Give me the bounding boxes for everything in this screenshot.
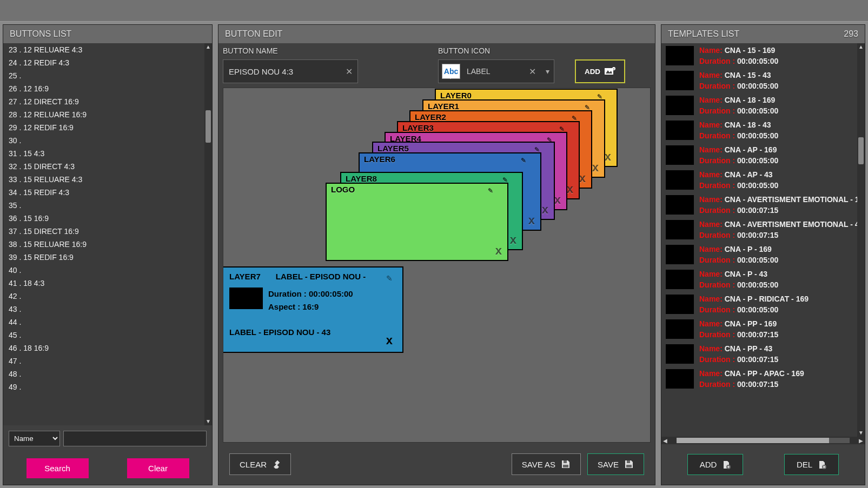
icon-dropdown-icon[interactable]: ▾ xyxy=(541,67,554,76)
add-template-button[interactable]: ADD xyxy=(687,454,744,475)
buttons-list-item[interactable]: 48 . xyxy=(3,367,212,380)
close-icon[interactable]: x xyxy=(567,182,573,196)
buttons-list-item[interactable]: 35 . xyxy=(3,199,212,212)
buttons-list-item[interactable]: 43 . xyxy=(3,303,212,316)
template-name: CNA - 18 - 43 xyxy=(725,121,771,129)
clear-layers-button[interactable]: CLEAR xyxy=(229,453,291,475)
close-icon[interactable]: x xyxy=(510,233,516,247)
scroll-thumb[interactable] xyxy=(206,110,211,143)
search-button[interactable]: Search xyxy=(26,458,89,478)
close-icon[interactable]: x xyxy=(592,161,599,175)
template-name-label: Name: xyxy=(699,344,725,353)
template-row[interactable]: Name: CNA - PP - 169Duration : 00:00:07:… xyxy=(661,317,865,342)
pencil-icon[interactable]: ✎ xyxy=(386,274,393,283)
clear-icon-icon[interactable]: ✕ xyxy=(524,66,541,77)
buttons-list-item[interactable]: 41 . 18 4:3 xyxy=(3,277,212,290)
layer-canvas[interactable]: LAYER0✎xLAYER1✎xLAYER2✎xLAYER3✎xLAYER4✎x… xyxy=(223,88,651,443)
buttons-list-item[interactable]: 31 . 15 4:3 xyxy=(3,147,212,160)
close-icon[interactable]: x xyxy=(495,244,502,258)
template-thumbnail xyxy=(666,195,694,215)
templates-hscrollbar[interactable]: ◀ ▶ xyxy=(661,437,865,444)
buttons-list-item[interactable]: 23 . 12 RELUARE 4:3 xyxy=(3,43,212,56)
add-icon-button[interactable]: ADD + xyxy=(575,59,625,83)
template-row[interactable]: Name: CNA - AVERTISMENT EMOTIONAL - 43Du… xyxy=(661,217,865,242)
save-as-label: SAVE AS xyxy=(522,460,555,469)
buttons-list-item[interactable]: 36 . 15 16:9 xyxy=(3,212,212,225)
buttons-list-item[interactable]: 45 . xyxy=(3,329,212,342)
buttons-list-item[interactable]: 38 . 15 RELUARE 16:9 xyxy=(3,238,212,251)
template-name-label: Name: xyxy=(699,369,725,378)
close-icon[interactable]: x xyxy=(579,171,586,185)
clear-name-icon[interactable]: ✕ xyxy=(340,66,357,77)
buttons-list[interactable]: 23 . 12 RELUARE 4:324 . 12 REDIF 4:325 .… xyxy=(3,43,212,425)
template-row[interactable]: Name: CNA - AP - 169Duration : 00:00:05:… xyxy=(661,143,865,168)
buttons-list-item[interactable]: 34 . 15 REDIF 4:3 xyxy=(3,186,212,199)
button-icon-label: BUTTON ICON xyxy=(438,46,554,55)
buttons-list-item[interactable]: 30 . xyxy=(3,134,212,147)
close-icon[interactable]: x xyxy=(386,333,393,347)
buttons-list-item[interactable]: 24 . 12 REDIF 4:3 xyxy=(3,56,212,69)
delete-template-button[interactable]: DEL xyxy=(784,454,839,475)
buttons-list-item[interactable]: 44 . xyxy=(3,316,212,329)
pencil-icon[interactable]: ✎ xyxy=(488,187,493,195)
template-row[interactable]: Name: CNA - 18 - 169Duration : 00:00:05:… xyxy=(661,93,865,118)
template-name: CNA - 18 - 169 xyxy=(725,96,776,104)
templates-scrollbar[interactable]: ▲ ▼ xyxy=(857,43,865,437)
buttons-list-scrollbar[interactable]: ▲ ▼ xyxy=(204,43,212,425)
pencil-icon[interactable]: ✎ xyxy=(521,157,526,164)
template-name-label: Name: xyxy=(699,46,725,55)
buttons-list-item[interactable]: 29 . 12 REDIF 16:9 xyxy=(3,121,212,134)
scroll-right-icon[interactable]: ▶ xyxy=(857,438,865,444)
template-row[interactable]: Name: CNA - P - 169Duration : 00:00:05:0… xyxy=(661,242,865,267)
buttons-list-item[interactable]: 42 . xyxy=(3,290,212,303)
template-row[interactable]: Name: CNA - 15 - 169Duration : 00:00:05:… xyxy=(661,43,865,68)
template-row[interactable]: Name: CNA - 15 - 43Duration : 00:00:05:0… xyxy=(661,68,865,93)
layer-card[interactable]: LOGO✎x xyxy=(326,183,508,261)
buttons-list-item[interactable]: 28 . 12 RELUARE 16:9 xyxy=(3,108,212,121)
close-icon[interactable]: x xyxy=(528,213,535,228)
buttons-list-item[interactable]: 25 . xyxy=(3,69,212,82)
layer7-thumbnail xyxy=(229,288,263,309)
template-row[interactable]: Name: CNA - PP - 43Duration : 00:00:07:1… xyxy=(661,342,865,366)
hscroll-thumb[interactable] xyxy=(677,438,829,443)
templates-list[interactable]: Name: CNA - 15 - 169Duration : 00:00:05:… xyxy=(661,43,865,437)
template-duration: 00:00:05:00 xyxy=(737,256,778,264)
scroll-up-icon[interactable]: ▲ xyxy=(857,43,865,51)
scroll-left-icon[interactable]: ◀ xyxy=(661,438,669,444)
button-name-input[interactable] xyxy=(223,67,340,76)
template-duration: 00:00:07:15 xyxy=(737,355,778,364)
buttons-list-item[interactable]: 47 . xyxy=(3,355,212,367)
buttons-list-item[interactable]: 39 . 15 REDIF 16:9 xyxy=(3,251,212,264)
template-name: CNA - P - 43 xyxy=(725,270,767,278)
scroll-down-icon[interactable]: ▼ xyxy=(857,429,865,437)
template-row[interactable]: Name: CNA - 18 - 43Duration : 00:00:05:0… xyxy=(661,118,865,143)
buttons-list-item[interactable]: 49 . xyxy=(3,380,212,393)
buttons-list-item[interactable]: 32 . 15 DIRECT 4:3 xyxy=(3,160,212,173)
template-row[interactable]: Name: CNA - AP - 43Duration : 00:00:05:0… xyxy=(661,168,865,192)
buttons-list-item[interactable]: 26 . 12 16:9 xyxy=(3,82,212,95)
template-duration-label: Duration : xyxy=(699,305,737,314)
buttons-list-item[interactable]: 46 . 18 16:9 xyxy=(3,342,212,355)
close-icon[interactable]: x xyxy=(605,150,611,164)
template-row[interactable]: Name: CNA - P - RIDICAT - 169Duration : … xyxy=(661,292,865,317)
filter-input[interactable] xyxy=(63,431,207,446)
layer7-card[interactable]: LAYER7LABEL - EPISOD NOU -✎Duration : 00… xyxy=(223,266,403,353)
save-button[interactable]: SAVE xyxy=(587,453,644,475)
template-name: CNA - AVERTISMENT EMOTIONAL - 169 xyxy=(725,195,860,204)
filter-field-select[interactable]: Name xyxy=(9,431,60,446)
scroll-down-icon[interactable]: ▼ xyxy=(204,418,212,425)
scroll-up-icon[interactable]: ▲ xyxy=(204,43,212,51)
clear-filter-button[interactable]: Clear xyxy=(127,458,189,478)
close-icon[interactable]: x xyxy=(554,193,561,207)
template-duration: 00:00:05:00 xyxy=(737,131,778,140)
buttons-list-item[interactable]: 37 . 15 DIRECT 16:9 xyxy=(3,225,212,238)
buttons-list-item[interactable]: 27 . 12 DIRECT 16:9 xyxy=(3,95,212,108)
buttons-list-item[interactable]: 40 . xyxy=(3,264,212,277)
buttons-list-item[interactable]: 33 . 15 RELUARE 4:3 xyxy=(3,173,212,186)
scroll-thumb[interactable] xyxy=(858,137,864,164)
template-row[interactable]: Name: CNA - AVERTISMENT EMOTIONAL - 169D… xyxy=(661,192,865,217)
save-as-button[interactable]: SAVE AS xyxy=(512,453,581,475)
close-icon[interactable]: x xyxy=(542,203,548,217)
template-row[interactable]: Name: CNA - P - 43Duration : 00:00:05:00 xyxy=(661,267,865,292)
template-row[interactable]: Name: CNA - PP - APAC - 169Duration : 00… xyxy=(661,366,865,391)
